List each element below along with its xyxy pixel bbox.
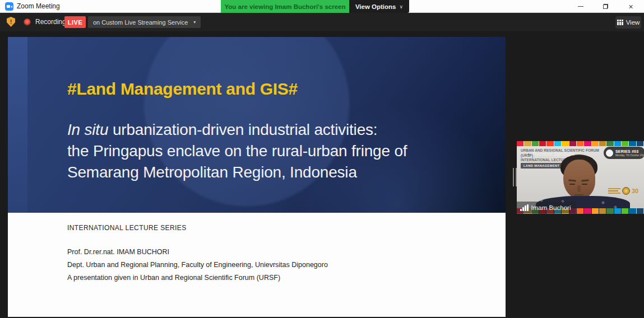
live-badge: LIVE <box>64 16 86 28</box>
audio-level-icon <box>520 204 529 211</box>
slide-subtitle-line1: In situ urbanization-driven industrial a… <box>67 119 407 141</box>
security-shield-icon[interactable]: ! <box>7 17 15 27</box>
shared-slide: #Land Management and GIS# In situ urbani… <box>8 37 506 317</box>
minimize-button[interactable] <box>568 0 593 13</box>
zoom-app-icon <box>5 2 13 11</box>
stream-service-label: on Custom Live Streaming Service <box>93 19 188 26</box>
slide-subtitle-line2: the Pringapus enclave on the rural-urban… <box>67 141 407 162</box>
restore-icon <box>603 4 608 9</box>
view-options-button[interactable]: View Options ∨ <box>349 0 409 13</box>
slide-accent-band <box>8 37 27 213</box>
slide-subtitle: In situ urbanization-driven industrial a… <box>67 119 407 183</box>
grid-view-icon <box>617 20 623 25</box>
live-stream-service-dropdown[interactable]: on Custom Live Streaming Service ▾ <box>88 16 201 28</box>
screen-share-status-banner: You are viewing Imam Buchori's screen <box>221 0 349 13</box>
slide-info-section: INTERNATIONAL LECTURE SERIES Prof. Dr.re… <box>8 213 506 317</box>
participant-video-thumbnail[interactable]: URBAN AND REGIONAL SCIENTIFIC FORUM (URS… <box>517 141 644 214</box>
participant-name: Imam Buchori <box>531 204 571 211</box>
restore-button[interactable] <box>593 0 618 13</box>
presenter-affiliation: Dept. Urban and Regional Planning, Facul… <box>67 261 328 269</box>
slide-title-section: #Land Management and GIS# In situ urbani… <box>8 37 506 213</box>
university-emblem-icon <box>622 187 630 195</box>
presentation-note: A presentation given in Urban and Region… <box>67 274 280 282</box>
backdrop-logos: 30 <box>608 187 638 195</box>
participant-name-tag: Imam Buchori <box>517 202 576 213</box>
anniversary-logo: 30 <box>632 188 638 194</box>
institution-logo-text <box>608 188 620 194</box>
zoom-meeting-window: Zoom Meeting You are viewing Imam Buchor… <box>0 0 644 318</box>
slide-subtitle-line3: Semarang Metropolitan Region, Indonesia <box>67 162 407 183</box>
caret-down-icon: ▾ <box>193 20 196 25</box>
lecture-series-label: INTERNATIONAL LECTURE SERIES <box>67 224 187 232</box>
recording-label: Recording <box>35 18 66 26</box>
window-titlebar: Zoom Meeting You are viewing Imam Buchor… <box>0 0 644 13</box>
view-layout-button[interactable]: View <box>615 16 641 29</box>
presenter-name: Prof. Dr.rer.nat. IMAM BUCHORI <box>67 248 169 256</box>
minimize-icon <box>578 6 583 7</box>
window-title: Zoom Meeting <box>17 2 60 10</box>
view-options-label: View Options <box>355 3 396 10</box>
close-button[interactable]: × <box>618 0 643 13</box>
recording-indicator-icon <box>24 18 31 26</box>
chevron-down-icon: ∨ <box>400 4 404 10</box>
person-face <box>563 160 595 199</box>
slide-title: #Land Management and GIS# <box>67 80 298 99</box>
shared-screen-stage: #Land Management and GIS# In situ urbani… <box>0 31 644 318</box>
close-icon: × <box>628 3 633 11</box>
view-button-label: View <box>626 19 640 26</box>
meeting-toolbar: ! Recording LIVE on Custom Live Streamin… <box>0 13 644 31</box>
